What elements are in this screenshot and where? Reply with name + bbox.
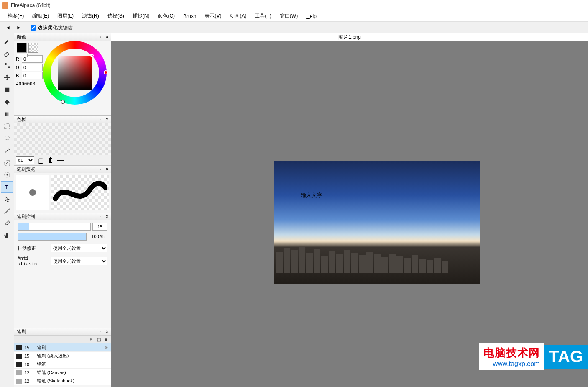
palette-panel-title: 色板 [17, 116, 97, 123]
jitter-select[interactable]: 使用全局设置 [51, 244, 107, 252]
panel-minimize-icon[interactable]: ▫ [97, 329, 103, 335]
menu-file[interactable]: 档案(F) [3, 11, 28, 21]
color-g-input[interactable] [22, 64, 43, 71]
jitter-label: 抖动修正 [18, 245, 49, 251]
palette-select[interactable]: #1 [16, 156, 34, 164]
menu-color[interactable]: 颜色(C) [153, 11, 179, 21]
select-pen-tool[interactable] [1, 157, 13, 169]
menu-edit[interactable]: 编辑(E) [28, 11, 53, 21]
watermark-tag: TAG [544, 345, 588, 369]
color-b-input[interactable] [22, 72, 43, 79]
panel-close-icon[interactable]: ✕ [104, 214, 110, 220]
magic-wand-tool[interactable] [1, 145, 13, 156]
panel-minimize-icon[interactable]: ▫ [97, 117, 103, 123]
eyedropper-tool[interactable] [1, 218, 13, 229]
panel-minimize-icon[interactable]: ▫ [97, 34, 103, 40]
panel-close-icon[interactable]: ✕ [104, 167, 110, 172]
brush-list-item[interactable]: 12铅笔 (Sketchbook) [14, 377, 111, 385]
color-panel-title: 颜色 [17, 34, 97, 40]
menubar: 档案(F) 编辑(E) 图层(L) 滤镜(R) 选择(S) 捕捉(N) 颜色(C… [0, 11, 588, 22]
app-logo-icon [2, 2, 8, 9]
palette-delete-icon[interactable]: 🗑 [47, 156, 54, 164]
brush-list-panel: 笔刷 ▫ ✕ ⎘ ⬚ ≡ 15笔刷⚙15笔刷 (淡入淡出)10铅笔12铅笔 (C… [14, 328, 111, 387]
brush-preview-panel: 笔刷预览 ▫ ✕ [14, 166, 111, 213]
dot-tool[interactable] [1, 60, 13, 72]
brush-settings-icon[interactable]: ⬚ [96, 336, 102, 342]
menu-filter[interactable]: 滤镜(R) [78, 11, 103, 21]
panel-close-icon[interactable]: ✕ [104, 34, 110, 40]
canvas-area[interactable]: 图片1.png 输入文字 [111, 33, 588, 387]
palette-panel: 色板 ▫ ✕ #1 ▢ 🗑 — [14, 116, 111, 166]
select-brush-tool[interactable] [1, 169, 13, 181]
menu-animation[interactable]: 动画(A) [225, 11, 251, 21]
panel-close-icon[interactable]: ✕ [104, 329, 110, 335]
brush-control-panel: 笔刷控制 ▫ ✕ 15 100 % 抖动修正 使用全局设置 Anti- [14, 213, 111, 328]
nav-prev-button[interactable]: ◄ [3, 23, 13, 32]
panel-minimize-icon[interactable]: ▫ [97, 214, 103, 220]
select-lasso-tool[interactable] [1, 133, 13, 144]
antialias-select[interactable]: 使用全局设置 [51, 257, 107, 265]
color-sv-box[interactable] [58, 56, 92, 90]
color-panel: 颜色 ▫ ✕ R G B #000000 [14, 33, 111, 116]
menu-view[interactable]: 表示(V) [200, 11, 225, 21]
svg-rect-3 [5, 113, 10, 116]
canvas-image[interactable]: 输入文字 [274, 161, 480, 284]
palette-line-icon[interactable]: — [57, 156, 64, 164]
brush-add-icon[interactable]: ⎘ [88, 336, 94, 342]
fill-tool[interactable] [1, 84, 13, 96]
palette-grid[interactable] [14, 123, 111, 155]
brush-tip-preview [16, 175, 49, 210]
move-tool[interactable] [1, 72, 13, 84]
brush-size-value[interactable]: 15 [92, 223, 107, 231]
antialias-label: Anti-aliasin [18, 256, 49, 267]
hand-tool[interactable] [1, 230, 13, 241]
brush-opacity-slider[interactable] [18, 233, 87, 241]
menu-tools[interactable]: 工具(T) [251, 11, 275, 21]
palette-new-icon[interactable]: ▢ [37, 156, 44, 164]
menu-brush[interactable]: Brush [179, 12, 200, 21]
watermark-line1: 电脑技术网 [483, 346, 540, 360]
nav-next-button[interactable]: ► [14, 23, 23, 32]
brush-list-item[interactable]: 10铅笔 [14, 360, 111, 369]
antialias-checkbox[interactable]: 边缘柔化抗锯齿 [31, 24, 73, 31]
menu-layer[interactable]: 图层(L) [53, 11, 78, 21]
watermark-line2: www.tagxp.com [483, 360, 540, 368]
brush-thumb-icon [16, 354, 22, 359]
hue-handle-icon[interactable] [104, 70, 108, 74]
brush-list-item[interactable]: 15笔刷⚙ [14, 343, 111, 352]
brush-list-item[interactable]: 15笔刷 (淡入淡出) [14, 352, 111, 360]
menu-window[interactable]: 窗口(W) [276, 11, 302, 21]
gear-icon[interactable]: ⚙ [105, 345, 108, 350]
brush-tool[interactable] [1, 36, 13, 47]
text-placeholder[interactable]: 输入文字 [301, 192, 322, 199]
panel-minimize-icon[interactable]: ▫ [97, 167, 103, 172]
operation-tool[interactable] [1, 193, 13, 205]
bucket-tool[interactable] [1, 96, 13, 108]
foreground-color-swatch[interactable] [17, 43, 27, 53]
brush-control-title: 笔刷控制 [17, 213, 97, 220]
text-tool[interactable]: T [1, 181, 13, 193]
menu-help[interactable]: Help [302, 12, 321, 21]
brush-opacity-value: 100 % [88, 233, 107, 241]
eraser-tool[interactable] [1, 48, 13, 59]
brush-menu-icon[interactable]: ≡ [103, 336, 109, 342]
svg-rect-4 [5, 124, 10, 129]
brush-stroke-preview [51, 175, 109, 210]
watermark: 电脑技术网 www.tagxp.com TAG [479, 343, 588, 370]
tool-sidebar: T [0, 33, 14, 387]
hue-handle2-icon[interactable] [61, 100, 65, 104]
color-wheel[interactable] [43, 41, 107, 105]
brush-size-slider[interactable] [18, 223, 91, 231]
document-tab[interactable]: 图片1.png [111, 33, 588, 41]
background-color-swatch[interactable] [28, 43, 38, 53]
menu-select[interactable]: 选择(S) [103, 11, 128, 21]
options-toolbar: ◄ ► 边缘柔化抗锯齿 [0, 22, 588, 33]
panel-close-icon[interactable]: ✕ [104, 117, 110, 123]
divide-tool[interactable] [1, 205, 13, 217]
brush-thumb-icon [16, 362, 22, 367]
select-rect-tool[interactable] [1, 120, 13, 132]
color-hex-value: #000000 [16, 81, 46, 87]
gradient-tool[interactable] [1, 108, 13, 120]
brush-list-item[interactable]: 12铅笔 (Canvas) [14, 369, 111, 377]
menu-snap[interactable]: 捕捉(N) [128, 11, 154, 21]
